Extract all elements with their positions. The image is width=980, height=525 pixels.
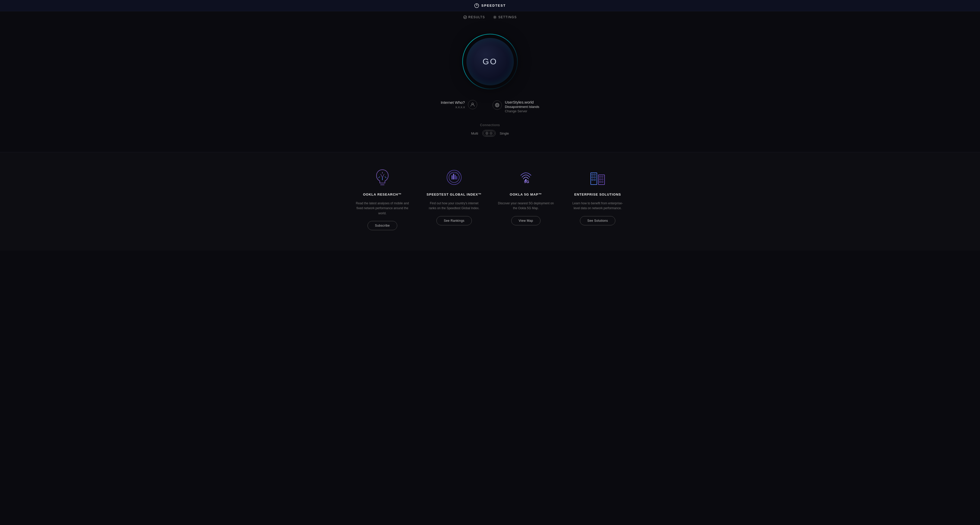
logo[interactable]: SPEEDTEST [474, 3, 506, 8]
internet-who-label: Internet Who? [441, 100, 465, 105]
server-name: UserStyles.world [505, 100, 539, 104]
go-button-container: GO [462, 33, 518, 90]
svg-rect-34 [594, 177, 595, 178]
see-solutions-button[interactable]: See Solutions [580, 216, 616, 225]
svg-rect-35 [592, 179, 593, 180]
svg-line-16 [385, 177, 386, 178]
subscribe-button[interactable]: Subscribe [368, 221, 397, 230]
speedtest-global-index-card: SPEEDTEST GLOBAL INDEX™ Find out how you… [426, 168, 482, 230]
svg-rect-32 [594, 174, 595, 175]
svg-rect-7 [484, 131, 494, 135]
multi-label: Multi [471, 132, 478, 135]
5g-map-description: Discover your nearest 5G deployment on t… [498, 201, 554, 211]
results-nav-item[interactable]: RESULTS [463, 15, 485, 19]
settings-nav-label: SETTINGS [498, 15, 517, 19]
internet-who-text: Internet Who? x.x.x.x [441, 100, 465, 109]
svg-rect-40 [602, 179, 603, 180]
svg-rect-37 [600, 176, 601, 177]
svg-point-28 [525, 179, 527, 181]
change-server-button[interactable]: Change Server [505, 109, 539, 113]
speedtest-index-title: SPEEDTEST GLOBAL INDEX™ [427, 192, 482, 197]
svg-line-15 [379, 177, 380, 178]
svg-rect-36 [594, 179, 595, 180]
server-location: Dissapointment Islands [505, 105, 539, 109]
svg-rect-42 [602, 181, 603, 183]
top-navigation: SPEEDTEST [0, 0, 980, 11]
connections-toggle-icon [483, 131, 495, 136]
person-icon-circle[interactable] [468, 100, 477, 109]
ookla-research-title: OOKLA RESEARCH™ [363, 192, 402, 197]
svg-point-2 [494, 17, 496, 18]
5g-map-icon-container: 5G [515, 168, 536, 188]
connections-section: Connections Multi Single [471, 123, 509, 137]
enterprise-solutions-title: ENTERPRISE SOLUTIONS [574, 192, 621, 197]
speedtest-index-icon [445, 168, 463, 188]
svg-rect-21 [453, 174, 454, 180]
connections-label: Connections [480, 123, 500, 127]
5g-map-title: OOKLA 5G MAP™ [510, 192, 542, 197]
svg-text:5G: 5G [524, 180, 530, 184]
svg-rect-31 [592, 174, 593, 175]
speedtest-logo-icon [474, 3, 479, 8]
go-button-label: GO [482, 57, 498, 67]
ookla-research-card: OOKLA RESEARCH™ Read the latest analyses… [354, 168, 410, 230]
globe-icon [495, 103, 500, 107]
results-nav-label: RESULTS [468, 15, 485, 19]
check-circle-icon [463, 15, 467, 19]
cards-container: OOKLA RESEARCH™ Read the latest analyses… [336, 168, 644, 230]
enterprise-icon [589, 168, 607, 188]
svg-rect-38 [602, 176, 603, 177]
enterprise-solutions-card: ENTERPRISE SOLUTIONS Learn how to benefi… [570, 168, 626, 230]
svg-rect-22 [455, 175, 456, 180]
svg-rect-41 [600, 181, 601, 183]
lightbulb-icon [373, 168, 391, 188]
connections-toggle: Multi Single [471, 130, 509, 137]
internet-who-ip: x.x.x.x [441, 105, 465, 109]
ookla-5g-map-card: 5G OOKLA 5G MAP™ Discover your nearest 5… [498, 168, 554, 230]
svg-rect-33 [592, 177, 593, 178]
5g-map-icon: 5G [517, 168, 535, 188]
internet-who-section: Internet Who? x.x.x.x [441, 100, 477, 109]
settings-nav-item[interactable]: SETTINGS [493, 15, 517, 19]
svg-point-1 [464, 16, 467, 19]
enterprise-solutions-description: Learn how to benefit from enterprise-lev… [570, 201, 626, 211]
enterprise-icon-container [587, 168, 608, 188]
speedtest-index-description: Find out how your country's internet ran… [426, 201, 482, 211]
logo-text: SPEEDTEST [481, 3, 506, 8]
server-info-section: UserStyles.world Dissapointment Islands … [493, 100, 539, 113]
svg-rect-39 [600, 179, 601, 180]
svg-rect-20 [452, 175, 453, 180]
globe-icon-circle [493, 100, 502, 110]
go-button[interactable]: GO [466, 38, 514, 85]
speedtest-index-icon-container [444, 168, 465, 188]
connection-info: Internet Who? x.x.x.x UserSty [441, 100, 539, 113]
see-rankings-button[interactable]: See Rankings [436, 216, 472, 225]
server-details: UserStyles.world Dissapointment Islands … [505, 100, 539, 113]
svg-rect-23 [456, 176, 457, 180]
connections-toggle-switch[interactable] [482, 130, 496, 137]
gear-icon [493, 15, 497, 19]
secondary-navigation: RESULTS SETTINGS [0, 11, 980, 23]
footer-section: OOKLA RESEARCH™ Read the latest analyses… [0, 152, 980, 251]
view-map-button[interactable]: View Map [511, 216, 541, 225]
lightbulb-icon-container [372, 168, 393, 188]
single-label: Single [500, 132, 509, 135]
main-content: GO Internet Who? x.x.x.x [0, 23, 980, 152]
person-icon [470, 102, 475, 107]
ookla-research-description: Read the latest analyses of mobile and f… [354, 201, 410, 216]
